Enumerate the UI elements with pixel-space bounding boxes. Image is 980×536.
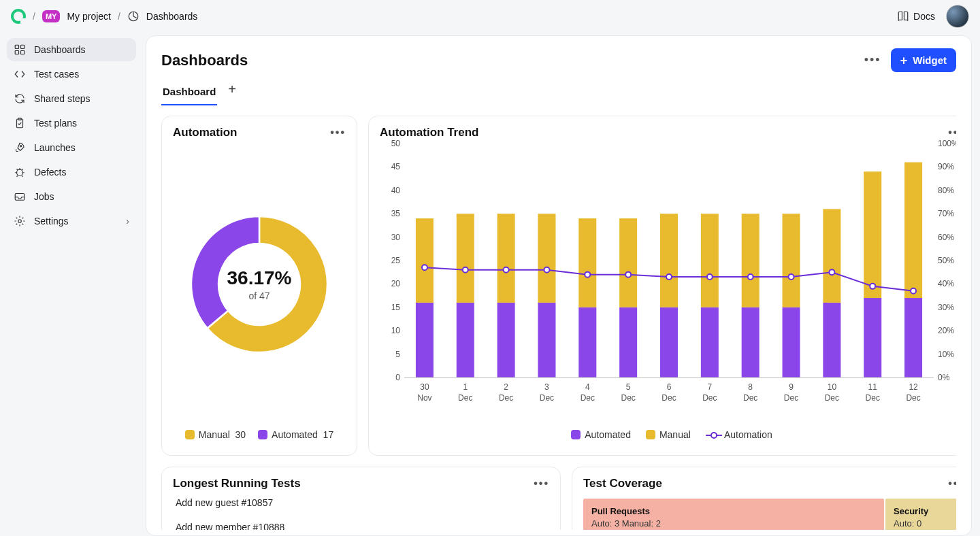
svg-text:90%: 90% bbox=[938, 162, 954, 171]
sidebar-item-shared-steps[interactable]: Shared steps bbox=[7, 87, 136, 110]
list-item[interactable]: Add new member #10888 bbox=[173, 515, 549, 530]
svg-rect-50 bbox=[578, 218, 596, 307]
breadcrumb: / MY My project / Dashboards bbox=[11, 9, 197, 24]
svg-rect-62 bbox=[701, 214, 719, 307]
svg-rect-54 bbox=[619, 218, 637, 307]
svg-rect-4 bbox=[21, 51, 24, 54]
widget-coverage-title: Test Coverage bbox=[583, 477, 662, 490]
svg-rect-46 bbox=[538, 214, 555, 303]
docs-label: Docs bbox=[913, 11, 935, 22]
sidebar-item-jobs[interactable]: Jobs bbox=[7, 185, 136, 208]
svg-text:30: 30 bbox=[420, 382, 429, 392]
widget-longest-tests: Longest Running Tests ••• Add new guest … bbox=[161, 467, 561, 530]
svg-rect-3 bbox=[15, 51, 18, 54]
tab-dashboard[interactable]: Dashboard bbox=[161, 80, 217, 105]
svg-rect-69 bbox=[783, 307, 800, 378]
svg-rect-78 bbox=[864, 171, 881, 298]
sidebar-item-label: Settings bbox=[34, 216, 69, 227]
svg-text:40: 40 bbox=[391, 186, 401, 195]
grid-icon bbox=[14, 44, 26, 56]
widget-test-coverage: Test Coverage ••• Pull RequestsAuto: 3 M… bbox=[572, 467, 956, 530]
sidebar-item-dashboards[interactable]: Dashboards bbox=[7, 38, 136, 61]
svg-text:Dec: Dec bbox=[702, 393, 717, 403]
svg-text:100%: 100% bbox=[938, 139, 956, 148]
svg-rect-81 bbox=[904, 298, 922, 378]
refresh-icon bbox=[14, 93, 26, 105]
svg-point-91 bbox=[625, 272, 631, 278]
svg-text:Dec: Dec bbox=[906, 393, 920, 403]
svg-text:Dec: Dec bbox=[662, 393, 676, 403]
widget-automation-title: Automation bbox=[173, 126, 237, 139]
svg-text:Dec: Dec bbox=[581, 393, 595, 403]
sidebar-item-launches[interactable]: Launches bbox=[7, 136, 136, 159]
topbar: / MY My project / Dashboards Docs bbox=[0, 0, 980, 33]
svg-point-96 bbox=[829, 269, 834, 275]
docs-link[interactable]: Docs bbox=[897, 10, 935, 22]
svg-text:5: 5 bbox=[626, 382, 631, 392]
add-tab-button[interactable]: + bbox=[228, 82, 236, 104]
sidebar-item-settings[interactable]: Settings› bbox=[7, 210, 136, 233]
svg-text:6: 6 bbox=[667, 382, 672, 392]
coverage-cell-pull-requests[interactable]: Pull RequestsAuto: 3 Manual: 2 bbox=[583, 499, 884, 530]
svg-rect-82 bbox=[904, 163, 922, 299]
svg-point-89 bbox=[544, 267, 549, 273]
project-name-link[interactable]: My project bbox=[67, 11, 111, 22]
svg-text:20: 20 bbox=[391, 279, 401, 288]
svg-point-10 bbox=[18, 220, 22, 223]
svg-text:2: 2 bbox=[504, 382, 508, 392]
svg-rect-42 bbox=[497, 214, 515, 303]
main-panel: Dashboards ••• + Widget Dashboard + Auto bbox=[146, 35, 972, 536]
svg-text:0%: 0% bbox=[938, 373, 950, 382]
svg-rect-65 bbox=[742, 307, 760, 378]
widget-trend-more[interactable]: ••• bbox=[948, 127, 956, 139]
svg-rect-66 bbox=[742, 214, 760, 307]
svg-text:10%: 10% bbox=[938, 350, 954, 359]
svg-rect-70 bbox=[783, 214, 800, 307]
widget-coverage-more[interactable]: ••• bbox=[948, 478, 956, 490]
sidebar-item-label: Test cases bbox=[34, 69, 79, 80]
sidebar-item-label: Defects bbox=[34, 167, 66, 178]
project-badge[interactable]: MY bbox=[42, 10, 61, 22]
svg-text:80%: 80% bbox=[938, 186, 954, 195]
svg-rect-61 bbox=[701, 307, 719, 378]
inbox-icon bbox=[14, 190, 26, 203]
sidebar-item-test-cases[interactable]: Test cases bbox=[7, 63, 136, 86]
coverage-cell-security[interactable]: SecurityAuto: 0 Manual: bbox=[885, 499, 956, 530]
svg-rect-1 bbox=[15, 45, 18, 48]
sidebar-item-label: Launches bbox=[34, 142, 76, 153]
svg-text:4: 4 bbox=[585, 382, 590, 392]
add-widget-button[interactable]: + Widget bbox=[891, 48, 956, 72]
svg-point-87 bbox=[463, 267, 468, 273]
avatar[interactable] bbox=[946, 5, 969, 28]
svg-text:3: 3 bbox=[544, 382, 549, 392]
logo-icon[interactable] bbox=[11, 9, 26, 24]
chevron-right-icon: › bbox=[126, 216, 129, 227]
svg-rect-2 bbox=[21, 45, 24, 48]
svg-rect-38 bbox=[457, 214, 474, 303]
svg-rect-34 bbox=[416, 218, 434, 303]
svg-text:Dec: Dec bbox=[784, 393, 798, 403]
svg-text:45: 45 bbox=[391, 162, 401, 171]
sidebar-item-label: Jobs bbox=[34, 191, 54, 202]
legend-manual: Manual 30 bbox=[185, 429, 246, 440]
widget-automation-more[interactable]: ••• bbox=[330, 127, 346, 139]
svg-text:30%: 30% bbox=[938, 303, 954, 312]
svg-text:Dec: Dec bbox=[866, 393, 880, 403]
legend-automated: Automated bbox=[571, 429, 631, 440]
svg-text:50: 50 bbox=[391, 139, 401, 148]
trend-chart: 051015202530354045500%10%20%30%40%50%60%… bbox=[380, 139, 956, 412]
svg-text:30: 30 bbox=[391, 233, 401, 242]
donut-legend: Manual 30Automated 17 bbox=[173, 429, 346, 446]
sidebar-item-test-plans[interactable]: Test plans bbox=[7, 112, 136, 135]
svg-text:10: 10 bbox=[391, 326, 401, 335]
list-item[interactable]: Add new guest #10857 bbox=[173, 490, 549, 515]
widget-longest-more[interactable]: ••• bbox=[534, 478, 549, 490]
bug-icon bbox=[14, 166, 26, 178]
svg-text:8: 8 bbox=[748, 382, 753, 392]
svg-text:15: 15 bbox=[391, 303, 401, 312]
svg-text:Dec: Dec bbox=[825, 393, 839, 403]
widget-trend-title: Automation Trend bbox=[380, 126, 478, 139]
sidebar-item-defects[interactable]: Defects bbox=[7, 161, 136, 184]
panel-more-button[interactable]: ••• bbox=[864, 53, 881, 67]
widget-button-label: Widget bbox=[913, 54, 947, 66]
